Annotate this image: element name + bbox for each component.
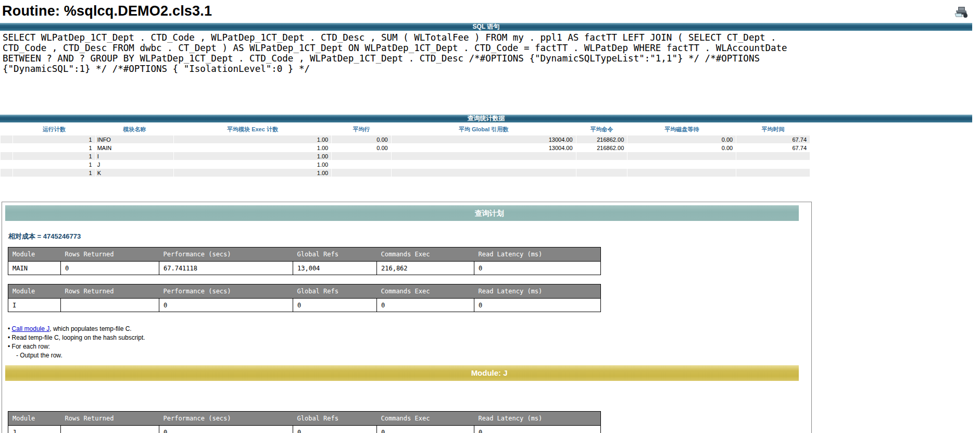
stats-cell: 1 xyxy=(13,169,95,177)
stats-cell xyxy=(1,135,12,143)
call-module-j-link[interactable]: Call module J xyxy=(12,325,50,332)
module-column-header: Read Latency (ms) xyxy=(474,284,601,299)
stats-cell xyxy=(627,152,736,160)
module-table-j: ModuleRows ReturnedPerformance (secs)Glo… xyxy=(8,411,601,433)
module-table-header-row: ModuleRows ReturnedPerformance (secs)Glo… xyxy=(8,284,601,299)
module-cell: 0 xyxy=(474,299,601,312)
module-j-header-label: Module: J xyxy=(471,365,508,381)
bullet: • xyxy=(8,325,10,332)
module-table-main: ModuleRows ReturnedPerformance (secs)Glo… xyxy=(8,247,601,275)
module-j-header-bar: Module: J xyxy=(5,365,799,381)
stats-cell: MAIN xyxy=(96,144,173,152)
module-column-header: Performance (secs) xyxy=(159,248,293,262)
module-cell: J xyxy=(8,426,61,433)
stats-cell: 1.00 xyxy=(174,135,331,143)
module-cell: 0 xyxy=(61,262,159,275)
module-column-header: Module xyxy=(8,412,61,426)
stats-cell: 0.00 xyxy=(332,135,391,143)
stats-cell: 0.00 xyxy=(332,144,391,152)
module-column-header: Global Refs xyxy=(293,412,377,426)
query-plan-box: 查询计划 相对成本 = 4745246773 ModuleRows Return… xyxy=(2,202,812,433)
stats-cell: 1 xyxy=(13,144,95,152)
stats-column-header: 平均模块 Exec 计数 xyxy=(174,124,331,135)
plan-step-text: Read temp-file C, looping on the hash su… xyxy=(12,334,145,341)
stats-cell xyxy=(627,169,736,177)
module-cell: 0 xyxy=(293,299,377,312)
printer-icon[interactable] xyxy=(954,6,969,19)
sql-line: CTD_Code , CTD_Desc FROM dwbc . CT_Dept … xyxy=(3,43,980,53)
stats-column-header: 平均 Global 引用数 xyxy=(392,124,576,135)
stats-cell xyxy=(576,169,627,177)
page-title: Routine: %sqlcq.DEMO2.cls3.1 xyxy=(2,3,212,19)
module-column-header: Read Latency (ms) xyxy=(474,412,601,426)
plan-step-text: For each row: xyxy=(12,343,50,350)
module-cell: 0 xyxy=(377,299,474,312)
stats-column-header: 平均命令 xyxy=(576,124,627,135)
module-cell: 0 xyxy=(474,426,601,433)
stats-cell: 1 xyxy=(13,160,95,168)
module-cell: I xyxy=(8,299,61,312)
stats-row: 1K1.00 xyxy=(1,169,810,177)
stats-table: 运行计数模块名称平均模块 Exec 计数平均行平均 Global 引用数平均命令… xyxy=(0,123,810,177)
stats-column-header: 运行计数 xyxy=(13,124,95,135)
stats-cell xyxy=(1,160,12,168)
query-plan-header-label: 查询计划 xyxy=(475,205,504,221)
stats-cell xyxy=(332,152,391,160)
sql-line: SELECT WLPatDep_1CT_Dept . CTD_Code , WL… xyxy=(3,32,980,43)
stats-row: 1I1.00 xyxy=(1,152,810,160)
module-cell: 0 xyxy=(474,262,601,275)
module-cell: 67.741118 xyxy=(159,262,293,275)
stats-cell xyxy=(332,160,391,168)
sql-statement: SELECT WLPatDep_1CT_Dept . CTD_Code , WL… xyxy=(3,32,980,74)
stats-cell: 67.74 xyxy=(736,135,810,143)
stats-cell: 1.00 xyxy=(174,160,331,168)
stats-section-header-label: 查询统计数据 xyxy=(0,115,972,122)
module-cell xyxy=(61,299,159,312)
stats-cell: J xyxy=(96,160,173,168)
module-column-header: Commands Exec xyxy=(377,248,474,262)
module-cell xyxy=(61,426,159,433)
module-cell: 0 xyxy=(293,426,377,433)
module-cell: 0 xyxy=(159,299,293,312)
module-table-row: I 0000 xyxy=(8,299,601,312)
plan-step: • For each row: xyxy=(8,342,799,351)
stats-cell xyxy=(576,160,627,168)
module-table-row: MAIN067.74111813,004216,8620 xyxy=(8,262,601,275)
stats-cell xyxy=(576,152,627,160)
stats-row: 1J1.00 xyxy=(1,160,810,168)
module-column-header: Global Refs xyxy=(293,284,377,299)
stats-cell xyxy=(1,152,12,160)
stats-row: 1MAIN1.000.0013004.00216862.000.0067.74 xyxy=(1,144,810,152)
module-column-header: Rows Returned xyxy=(61,412,159,426)
stats-cell: 13004.00 xyxy=(392,135,576,143)
stats-cell: 0.00 xyxy=(627,135,736,143)
plan-step: • Read temp-file C, looping on the hash … xyxy=(8,333,799,342)
query-plan-header-bar: 查询计划 xyxy=(5,205,799,221)
stats-cell: INFO xyxy=(96,135,173,143)
module-column-header: Rows Returned xyxy=(61,248,159,262)
stats-cell xyxy=(736,152,810,160)
stats-cell xyxy=(332,169,391,177)
module-table-i: ModuleRows ReturnedPerformance (secs)Glo… xyxy=(8,284,601,312)
plan-step: - Output the row. xyxy=(8,351,799,360)
stats-cell xyxy=(1,144,12,152)
title-row: Routine: %sqlcq.DEMO2.cls3.1 xyxy=(0,0,980,23)
stats-cell xyxy=(627,160,736,168)
stats-cell: 1.00 xyxy=(174,152,331,160)
module-cell: 216,862 xyxy=(377,262,474,275)
stats-cell: 1 xyxy=(13,152,95,160)
relative-cost: 相对成本 = 4745246773 xyxy=(8,232,799,240)
module-cell: 13,004 xyxy=(293,262,377,275)
module-column-header: Global Refs xyxy=(293,248,377,262)
stats-row: 1INFO1.000.0013004.00216862.000.0067.74 xyxy=(1,135,810,143)
module-cell: 0 xyxy=(377,426,474,433)
module-column-header: Rows Returned xyxy=(61,284,159,299)
bullet: • xyxy=(8,334,10,341)
module-column-header: Commands Exec xyxy=(377,284,474,299)
stats-cell: I xyxy=(96,152,173,160)
stats-column-header xyxy=(1,124,12,135)
module-column-header: Read Latency (ms) xyxy=(474,248,601,262)
stats-cell: 216862.00 xyxy=(576,135,627,143)
sql-section-header-label: SQL 语句 xyxy=(0,23,972,31)
stats-column-header: 平均磁盘等待 xyxy=(627,124,736,135)
